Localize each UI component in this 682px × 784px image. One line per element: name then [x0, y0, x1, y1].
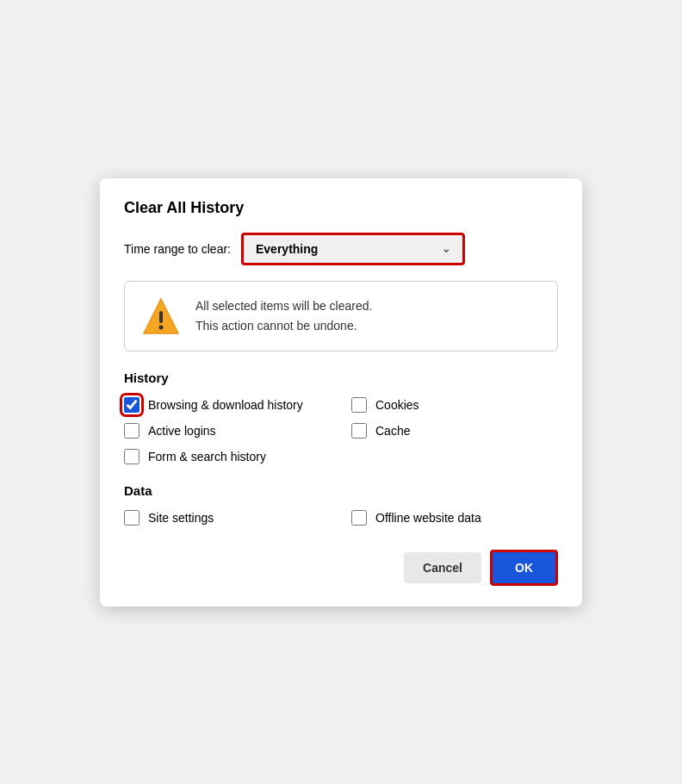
active-logins-checkbox[interactable]	[124, 423, 140, 439]
cache-checkbox-wrapper	[351, 423, 367, 439]
site-settings-checkbox-wrapper	[124, 510, 140, 526]
time-range-label: Time range to clear:	[124, 242, 231, 256]
active-logins-checkbox-wrapper	[124, 423, 140, 439]
data-checkboxes-grid: Site settings Offline website data	[124, 510, 558, 526]
history-section-title: History	[124, 370, 558, 385]
warning-box: All selected items will be cleared. This…	[124, 281, 558, 352]
active-logins-label: Active logins	[148, 424, 216, 438]
cookies-checkbox[interactable]	[351, 397, 367, 413]
offline-website-data-item: Offline website data	[351, 510, 558, 526]
button-row: Cancel OK	[124, 550, 558, 586]
warning-line1: All selected items will be cleared.	[195, 296, 372, 315]
site-settings-checkbox[interactable]	[124, 510, 140, 526]
site-settings-item: Site settings	[124, 510, 331, 526]
form-search-checkbox[interactable]	[124, 449, 140, 464]
site-settings-label: Site settings	[148, 511, 214, 525]
time-range-select[interactable]: Everything ⌄	[241, 233, 465, 265]
form-search-history-item: Form & search history	[124, 449, 331, 464]
cookies-label: Cookies	[375, 398, 419, 412]
cache-label: Cache	[375, 424, 410, 438]
browsing-history-label: Browsing & download history	[148, 398, 303, 412]
offline-website-label: Offline website data	[375, 511, 481, 525]
form-search-label: Form & search history	[148, 450, 266, 464]
chevron-down-icon: ⌄	[442, 243, 450, 255]
offline-website-checkbox-wrapper	[351, 510, 367, 526]
cache-checkbox[interactable]	[351, 423, 367, 439]
time-range-value: Everything	[256, 242, 318, 256]
cache-item: Cache	[351, 423, 558, 439]
svg-rect-1	[159, 311, 163, 323]
cookies-checkbox-wrapper	[351, 397, 367, 413]
form-search-checkbox-wrapper	[124, 449, 140, 464]
history-section: History Browsing & download history Cook…	[124, 370, 558, 464]
ok-button[interactable]: OK	[490, 550, 558, 586]
warning-icon	[140, 296, 182, 337]
dialog-title: Clear All History	[124, 199, 558, 217]
offline-website-checkbox[interactable]	[351, 510, 367, 526]
cookies-item: Cookies	[351, 397, 558, 413]
browsing-history-checkbox[interactable]	[124, 397, 140, 413]
svg-point-2	[159, 325, 164, 329]
warning-text: All selected items will be cleared. This…	[195, 296, 372, 335]
data-section-title: Data	[124, 483, 558, 498]
history-checkboxes-grid: Browsing & download history Cookies Acti…	[124, 397, 558, 464]
warning-line2: This action cannot be undone.	[195, 316, 372, 335]
cancel-button[interactable]: Cancel	[404, 552, 481, 583]
data-section: Data Site settings Offline website data	[124, 483, 558, 526]
active-logins-item: Active logins	[124, 423, 331, 439]
clear-history-dialog: Clear All History Time range to clear: E…	[100, 178, 582, 607]
browsing-history-item: Browsing & download history	[124, 397, 331, 413]
time-range-row: Time range to clear: Everything ⌄	[124, 233, 558, 265]
browsing-history-checkbox-wrapper	[124, 397, 140, 413]
